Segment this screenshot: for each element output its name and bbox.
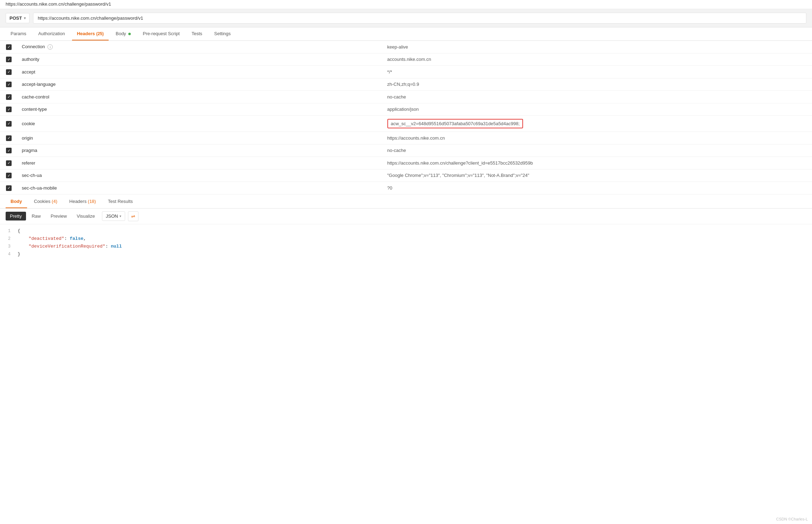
line-number: 2 (0, 235, 18, 242)
line-number: 3 (0, 243, 18, 250)
header-key: pragma (18, 144, 383, 157)
checkbox-checked-icon: ✓ (6, 148, 12, 153)
json-line-1: 1 { (0, 227, 812, 235)
header-checkbox[interactable]: ✓ (0, 132, 18, 145)
sub-tab-pretty[interactable]: Pretty (6, 212, 26, 221)
header-checkbox[interactable]: ✓ (0, 182, 18, 194)
header-value: zh-CN,zh;q=0.9 (383, 78, 812, 91)
tab-authorization[interactable]: Authorization (33, 27, 70, 40)
header-checkbox[interactable]: ✓ (0, 66, 18, 78)
header-value: no-cache (383, 91, 812, 103)
cookie-value-highlight: acw_sc__v2=648d95516d5073afaba507c69a31d… (387, 119, 523, 128)
header-checkbox[interactable]: ✓ (0, 169, 18, 182)
checkbox-checked-icon: ✓ (6, 173, 12, 178)
header-value: keep-alive (383, 41, 812, 53)
response-tab-cookies[interactable]: Cookies (4) (29, 195, 63, 208)
line-number: 4 (0, 251, 18, 258)
header-key: Connection i (18, 41, 383, 53)
cookies-badge: (4) (52, 199, 57, 204)
header-checkbox[interactable]: ✓ (0, 41, 18, 53)
checkbox-checked-icon: ✓ (6, 69, 12, 75)
sub-tab-visualize[interactable]: Visualize (72, 212, 99, 221)
chevron-down-icon: ▾ (120, 214, 121, 218)
json-line-4: 4 } (0, 250, 812, 258)
header-key: authority (18, 53, 383, 66)
header-checkbox[interactable]: ✓ (0, 53, 18, 66)
checkbox-checked-icon: ✓ (6, 107, 12, 112)
table-row: ✓accept*/* (0, 66, 812, 78)
checkbox-checked-icon: ✓ (6, 135, 12, 141)
checkbox-checked-icon: ✓ (6, 160, 12, 166)
json-line-2: 2 "deactivated": false, (0, 235, 812, 243)
tab-body[interactable]: Body (111, 27, 136, 40)
response-headers-badge: (18) (88, 199, 96, 204)
response-tab-body[interactable]: Body (6, 195, 27, 208)
sub-tab-raw[interactable]: Raw (27, 212, 45, 221)
json-body: 1 { 2 "deactivated": false, 3 "deviceVer… (0, 224, 812, 261)
header-key: cache-control (18, 91, 383, 103)
table-row: ✓Connection ikeep-alive (0, 41, 812, 53)
json-brace-close: } (18, 250, 20, 258)
header-value: application/json (383, 103, 812, 116)
tab-params[interactable]: Params (6, 27, 31, 40)
tab-settings[interactable]: Settings (209, 27, 236, 40)
info-icon: i (47, 44, 53, 50)
checkbox-checked-icon: ✓ (6, 121, 12, 127)
header-key: referer (18, 157, 383, 170)
header-key: sec-ch-ua-mobile (18, 182, 383, 194)
header-value: ?0 (383, 182, 812, 194)
tab-prerequest[interactable]: Pre-request Script (138, 27, 185, 40)
table-row: ✓originhttps://accounts.nike.com.cn (0, 132, 812, 145)
format-selector[interactable]: JSON ▾ (102, 211, 125, 221)
header-checkbox[interactable]: ✓ (0, 116, 18, 132)
method-selector[interactable]: POST ▾ (6, 13, 30, 23)
previous-url: https://accounts.nike.com.cn/challenge/p… (0, 0, 812, 9)
checkbox-checked-icon: ✓ (6, 44, 12, 50)
response-tab-headers[interactable]: Headers (18) (64, 195, 101, 208)
header-checkbox[interactable]: ✓ (0, 103, 18, 116)
checkbox-checked-icon: ✓ (6, 94, 12, 100)
sub-tab-preview[interactable]: Preview (46, 212, 71, 221)
header-value: "Google Chrome";v="113", "Chromium";v="1… (383, 169, 812, 182)
url-input[interactable] (33, 13, 806, 24)
response-tabs: Body Cookies (4) Headers (18) Test Resul… (0, 195, 812, 209)
header-checkbox[interactable]: ✓ (0, 78, 18, 91)
header-checkbox[interactable]: ✓ (0, 157, 18, 170)
header-key: cookie (18, 116, 383, 132)
table-row: ✓sec-ch-ua"Google Chrome";v="113", "Chro… (0, 169, 812, 182)
response-tab-test-results[interactable]: Test Results (103, 195, 138, 208)
checkbox-checked-icon: ✓ (6, 57, 12, 62)
request-tabs: Params Authorization Headers (25) Body P… (0, 27, 812, 41)
table-row: ✓refererhttps://accounts.nike.com.cn/cha… (0, 157, 812, 170)
table-row: ✓sec-ch-ua-mobile?0 (0, 182, 812, 194)
table-row: ✓accept-languagezh-CN,zh;q=0.9 (0, 78, 812, 91)
table-row: ✓cache-controlno-cache (0, 91, 812, 103)
tab-tests[interactable]: Tests (187, 27, 207, 40)
headers-table: ✓Connection ikeep-alive✓authorityaccount… (0, 41, 812, 194)
wrap-icon: ⇌ (131, 213, 135, 219)
header-value: */* (383, 66, 812, 78)
checkbox-checked-icon: ✓ (6, 185, 12, 191)
header-key: accept (18, 66, 383, 78)
checkbox-checked-icon: ✓ (6, 82, 12, 87)
header-value: https://accounts.nike.com.cn (383, 132, 812, 145)
line-number: 1 (0, 228, 18, 235)
table-row: ✓content-typeapplication/json (0, 103, 812, 116)
header-key: sec-ch-ua (18, 169, 383, 182)
table-row: ✓authorityaccounts.nike.com.cn (0, 53, 812, 66)
tab-headers[interactable]: Headers (25) (72, 27, 109, 40)
header-key: accept-language (18, 78, 383, 91)
header-value: https://accounts.nike.com.cn/challenge?c… (383, 157, 812, 170)
method-label: POST (9, 15, 22, 21)
response-sub-tabs: Pretty Raw Preview Visualize JSON ▾ ⇌ (0, 209, 812, 224)
header-value: acw_sc__v2=648d95516d5073afaba507c69a31d… (383, 116, 812, 132)
header-checkbox[interactable]: ✓ (0, 91, 18, 103)
header-value: accounts.nike.com.cn (383, 53, 812, 66)
json-line-3: 3 "deviceVerificationRequired": null (0, 243, 812, 250)
header-value: no-cache (383, 144, 812, 157)
json-brace-open: { (18, 227, 20, 235)
header-checkbox[interactable]: ✓ (0, 144, 18, 157)
wrap-button[interactable]: ⇌ (128, 211, 138, 221)
body-dot-icon (128, 33, 131, 35)
table-row: ✓pragmano-cache (0, 144, 812, 157)
